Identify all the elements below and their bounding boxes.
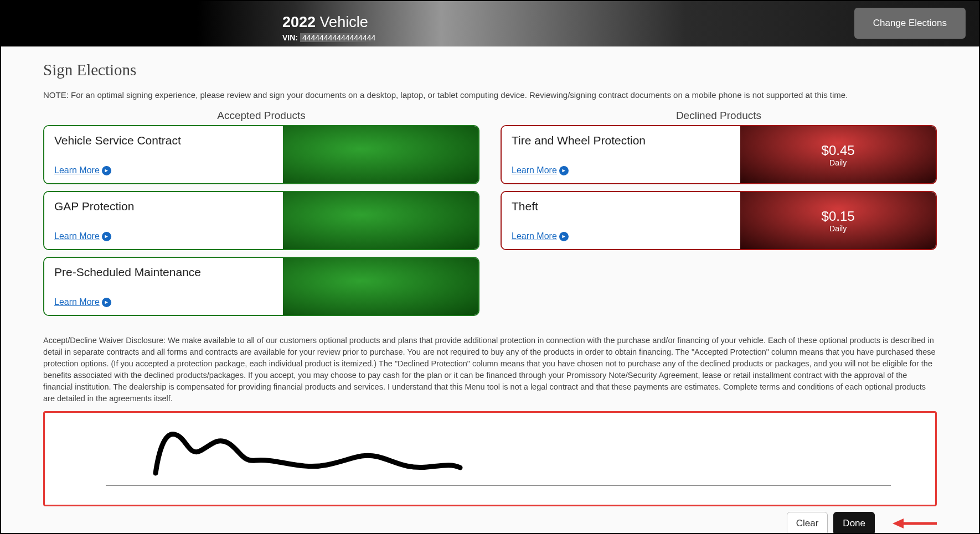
declined-header: Declined Products: [501, 110, 937, 122]
product-price: $0.15: [822, 209, 855, 224]
declined-column: Declined Products Tire and Wheel Protect…: [501, 110, 937, 323]
signing-note: NOTE: For an optimal signing experience,…: [43, 90, 937, 100]
learn-more-label: Learn More: [54, 165, 100, 175]
card-status-area: [283, 258, 478, 315]
clear-button[interactable]: Clear: [787, 512, 828, 533]
signature-stroke: [145, 426, 466, 481]
change-elections-button[interactable]: Change Elections: [854, 8, 966, 39]
product-title: GAP Protection: [54, 200, 273, 213]
learn-more-link[interactable]: Learn More: [54, 231, 111, 241]
product-columns: Accepted Products Vehicle Service Contra…: [43, 110, 937, 323]
card-body: Theft Learn More: [502, 192, 740, 249]
card-status-area: [283, 126, 478, 183]
card-body: Tire and Wheel Protection Learn More: [502, 126, 740, 183]
card-body: Pre-Scheduled Maintenance Learn More: [44, 258, 283, 315]
done-button[interactable]: Done: [833, 512, 875, 533]
learn-more-link[interactable]: Learn More: [54, 165, 111, 175]
declined-card: Theft Learn More $0.15 Daily: [501, 191, 937, 250]
learn-more-link[interactable]: Learn More: [512, 165, 569, 175]
waiver-disclosure: Accept/Decline Waiver Disclosure: We mak…: [43, 335, 937, 405]
vehicle-info: 2022 Vehicle VIN: 44444444444444444: [282, 6, 378, 42]
vehicle-title: 2022 Vehicle: [282, 14, 378, 31]
main-content: Sign Elections NOTE: For an optimal sign…: [1, 46, 979, 533]
learn-more-label: Learn More: [54, 297, 100, 307]
accepted-column: Accepted Products Vehicle Service Contra…: [43, 110, 479, 323]
chevron-right-circle-icon: [102, 166, 111, 175]
page-title: Sign Elections: [43, 61, 937, 79]
vehicle-year: 2022: [282, 14, 316, 30]
signature-buttons: Clear Done: [43, 512, 937, 533]
accepted-card: Pre-Scheduled Maintenance Learn More: [43, 257, 479, 316]
product-title: Theft: [512, 200, 730, 213]
product-title: Vehicle Service Contract: [54, 134, 273, 147]
accepted-card: GAP Protection Learn More: [43, 191, 479, 250]
product-period: Daily: [829, 158, 847, 167]
product-title: Pre-Scheduled Maintenance: [54, 266, 273, 279]
annotation-arrow-icon: [893, 517, 937, 530]
product-period: Daily: [829, 224, 847, 233]
app-header: 2022 Vehicle VIN: 44444444444444444 Chan…: [1, 1, 979, 46]
learn-more-link[interactable]: Learn More: [512, 231, 569, 241]
card-body: Vehicle Service Contract Learn More: [44, 126, 283, 183]
vehicle-model: Vehicle: [320, 14, 368, 30]
card-body: GAP Protection Learn More: [44, 192, 283, 249]
vin-value: 44444444444444444: [300, 33, 378, 42]
svg-marker-1: [893, 519, 904, 528]
card-price-area: $0.15 Daily: [740, 192, 936, 249]
chevron-right-circle-icon: [559, 166, 569, 175]
vin-label: VIN:: [282, 33, 298, 42]
chevron-right-circle-icon: [559, 232, 569, 241]
logo-placeholder: [1, 1, 194, 46]
accepted-header: Accepted Products: [43, 110, 479, 122]
learn-more-link[interactable]: Learn More: [54, 297, 111, 307]
vin-line: VIN: 44444444444444444: [282, 33, 378, 42]
card-price-area: $0.45 Daily: [740, 126, 936, 183]
product-title: Tire and Wheel Protection: [512, 134, 730, 147]
learn-more-label: Learn More: [512, 231, 557, 241]
signature-line: [106, 485, 891, 486]
product-price: $0.45: [822, 143, 855, 158]
chevron-right-circle-icon: [102, 298, 111, 307]
learn-more-label: Learn More: [512, 165, 557, 175]
learn-more-label: Learn More: [54, 231, 100, 241]
chevron-right-circle-icon: [102, 232, 111, 241]
accepted-card: Vehicle Service Contract Learn More: [43, 125, 479, 184]
card-status-area: [283, 192, 478, 249]
signature-panel[interactable]: [43, 411, 937, 506]
declined-card: Tire and Wheel Protection Learn More $0.…: [501, 125, 937, 184]
